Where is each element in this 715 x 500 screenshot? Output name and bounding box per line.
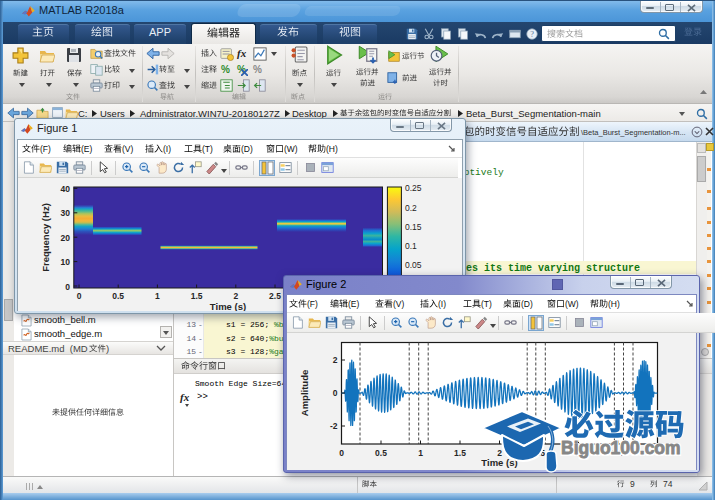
svg-text:Amplitude: Amplitude <box>299 370 310 416</box>
svg-text:2: 2 <box>233 291 238 301</box>
svg-text:1: 1 <box>418 448 423 458</box>
svg-text:0.5: 0.5 <box>375 448 387 458</box>
svg-text:2.5: 2.5 <box>269 291 281 301</box>
svg-text:0.5: 0.5 <box>112 291 124 301</box>
svg-text:0: 0 <box>77 291 82 301</box>
svg-text:0: 0 <box>65 282 70 292</box>
svg-text:30: 30 <box>61 208 71 218</box>
svg-text:0.05: 0.05 <box>405 260 422 270</box>
svg-text:Frequency (Hz): Frequency (Hz) <box>40 203 51 272</box>
svg-text:0.15: 0.15 <box>405 222 422 232</box>
svg-text:0.25: 0.25 <box>405 183 422 193</box>
svg-text:40: 40 <box>61 184 71 194</box>
svg-text:1.5: 1.5 <box>191 291 203 301</box>
svg-text:0: 0 <box>339 448 344 458</box>
svg-text:1: 1 <box>155 291 160 301</box>
svg-text:0.1: 0.1 <box>405 241 417 251</box>
svg-text:20: 20 <box>61 233 71 243</box>
svg-text:-2: -2 <box>330 421 338 431</box>
svg-text:0: 0 <box>333 388 338 398</box>
svg-text:10: 10 <box>61 257 71 267</box>
svg-text:Time (s): Time (s) <box>210 301 246 311</box>
svg-text:2: 2 <box>333 355 338 365</box>
svg-text:1.5: 1.5 <box>454 448 466 458</box>
svg-text:?: ? <box>530 30 534 39</box>
svg-text:0.2: 0.2 <box>405 203 417 213</box>
